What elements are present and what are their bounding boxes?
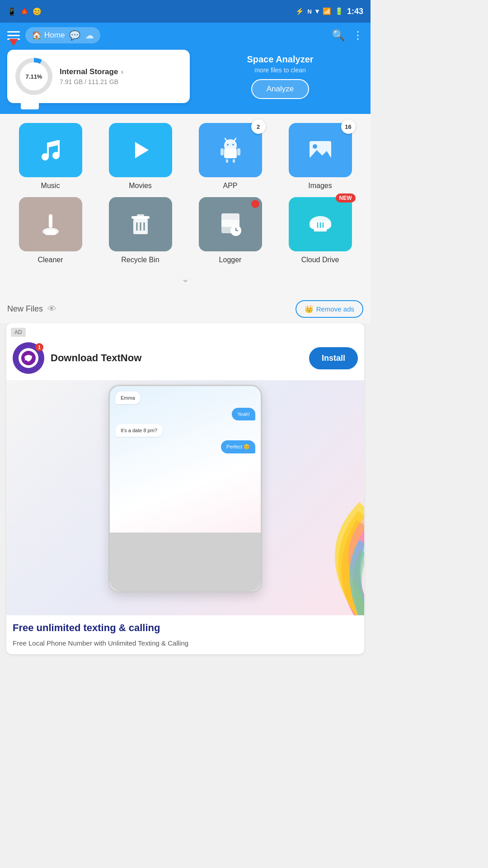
leaf-icon: 🍁 <box>20 7 29 16</box>
grid-item-recycle[interactable]: Recycle Bin <box>104 197 177 264</box>
images-icon <box>306 136 335 165</box>
images-label: Images <box>308 182 332 190</box>
home-tab[interactable]: 🏠 Home <box>32 30 65 40</box>
bluetooth-icon: ⚡ <box>296 7 304 15</box>
app-icon-wrapper: 2 <box>199 123 262 177</box>
grid-item-music[interactable]: Music <box>14 123 87 190</box>
music-icon-wrapper <box>19 123 82 177</box>
status-left-icons: 📱 🍁 😊 <box>7 7 42 16</box>
analyzer-title: Space Analyzer <box>197 54 363 65</box>
svg-rect-4 <box>221 148 224 156</box>
textnow-logo-icon <box>20 350 37 366</box>
wifi-icon: ▾ <box>315 7 319 15</box>
svg-rect-6 <box>226 159 228 163</box>
music-icon <box>36 136 65 165</box>
ad-logo-inner <box>19 348 38 368</box>
grid-item-logger[interactable]: Logger <box>194 197 267 264</box>
storage-name: Internal Storage <box>60 67 118 76</box>
cleaner-icon <box>36 210 65 239</box>
ad-app-logo: 1 <box>13 342 44 374</box>
phone-icon: 📱 <box>7 7 16 16</box>
phone-screen: Emma Yeah! It's a date 8 pm? Perfect 😊 <box>110 386 261 591</box>
phone-mockup: Emma Yeah! It's a date 8 pm? Perfect 😊 <box>108 385 262 593</box>
grid-item-movies[interactable]: Movies <box>104 123 177 190</box>
info-section: 7.11% Internal Storage › 7.91 GB / 111.2… <box>0 43 371 114</box>
svg-marker-0 <box>9 39 18 46</box>
crown-icon: 👑 <box>305 305 314 313</box>
movies-icon <box>126 136 155 165</box>
movies-label: Movies <box>129 182 152 190</box>
app-header: 🏠 Home 💬 ☁ 🔍 ⋮ <box>0 23 371 43</box>
nfc-icon: N <box>308 8 312 15</box>
music-label: Music <box>41 182 60 190</box>
images-badge: 16 <box>341 119 356 134</box>
storage-info: Internal Storage › 7.91 GB / 111.21 GB <box>60 67 123 85</box>
visibility-icon[interactable]: 👁 <box>47 304 56 314</box>
app-label: APP <box>223 182 237 190</box>
ad-footer: Free Local Phone Number with Unlimited T… <box>6 637 364 654</box>
svg-point-9 <box>232 144 234 146</box>
remove-ads-button[interactable]: 👑 Remove ads <box>296 300 363 318</box>
logger-notification-dot <box>251 200 259 208</box>
storage-gauge: 7.11% <box>15 58 52 95</box>
ad-tagline-text: Free unlimited texting & calling <box>13 622 160 633</box>
chevron-right-icon: › <box>121 68 123 76</box>
recycle-icon-wrapper <box>109 197 172 251</box>
hamburger-menu-button[interactable] <box>7 31 20 40</box>
expand-grid-button[interactable]: ⌄ <box>5 271 365 292</box>
analyze-button[interactable]: Analyze <box>251 79 309 99</box>
ad-image-area: Emma Yeah! It's a date 8 pm? Perfect 😊 <box>6 380 364 615</box>
grid-item-cleaner[interactable]: Cleaner <box>14 197 87 264</box>
phone-keyboard <box>110 533 261 591</box>
status-time: 1:43 <box>347 7 363 16</box>
cleaner-label: Cleaner <box>38 256 63 264</box>
ad-tagline: Free unlimited texting & calling <box>6 615 364 637</box>
svg-rect-5 <box>237 148 240 156</box>
search-button[interactable]: 🔍 <box>332 29 345 42</box>
movies-icon-wrapper <box>109 123 172 177</box>
app-icon <box>216 136 245 165</box>
grid-row-1: Music Movies 2 <box>5 123 365 190</box>
recycle-icon <box>126 210 155 239</box>
messages-tab-icon[interactable]: 💬 <box>69 30 80 41</box>
remove-ads-label: Remove ads <box>316 305 354 313</box>
cloud-tab-icon[interactable]: ☁ <box>85 30 94 41</box>
signal-icon: 📶 <box>323 7 331 15</box>
ad-header: 1 Download TextNow Install <box>6 340 364 380</box>
logger-icon-wrapper <box>199 197 262 251</box>
grid-item-app[interactable]: 2 APP <box>194 123 267 190</box>
chat-bubble-received-1: Emma <box>115 392 141 404</box>
grid-item-cloud[interactable]: NEW Cloud Drive <box>284 197 357 264</box>
cloud-icon-wrapper: NEW <box>289 197 352 251</box>
svg-point-8 <box>227 144 229 146</box>
phone-chat: Emma Yeah! It's a date 8 pm? Perfect 😊 <box>110 386 261 533</box>
svg-line-11 <box>234 138 236 141</box>
svg-rect-17 <box>45 230 56 235</box>
svg-line-10 <box>225 138 227 141</box>
menu-arrow-indicator <box>7 35 20 50</box>
new-files-text: New Files <box>7 304 43 314</box>
recycle-label: Recycle Bin <box>121 256 159 264</box>
nav-tabs[interactable]: 🏠 Home 💬 ☁ <box>25 27 100 43</box>
more-options-button[interactable]: ⋮ <box>352 29 363 42</box>
svg-rect-20 <box>137 214 144 217</box>
header-actions: 🔍 ⋮ <box>332 29 363 42</box>
ad-app-title: Download TextNow <box>51 352 303 364</box>
face-icon: 😊 <box>33 7 42 16</box>
install-button[interactable]: Install <box>309 347 358 369</box>
storage-card[interactable]: 7.11% Internal Storage › 7.91 GB / 111.2… <box>7 50 190 103</box>
new-files-section: New Files 👁 👑 Remove ads <box>0 297 371 323</box>
app-badge: 2 <box>251 119 266 134</box>
home-tab-label: Home <box>44 31 65 40</box>
chat-bubble-sent-1: Yeah! <box>232 408 255 420</box>
svg-marker-1 <box>135 142 149 158</box>
grid-item-images[interactable]: 16 Images <box>284 123 357 190</box>
logger-icon <box>216 210 245 239</box>
grid-section: Music Movies 2 <box>0 114 371 297</box>
storage-usage: 7.91 GB / 111.21 GB <box>60 78 123 85</box>
battery-icon: 🔋 <box>335 7 343 15</box>
chat-bubble-received-2: It's a date 8 pm? <box>115 424 163 437</box>
status-bar: 📱 🍁 😊 ⚡ N ▾ 📶 🔋 1:43 <box>0 0 371 23</box>
cleaner-icon-wrapper <box>19 197 82 251</box>
ad-badge: AD <box>11 328 26 337</box>
